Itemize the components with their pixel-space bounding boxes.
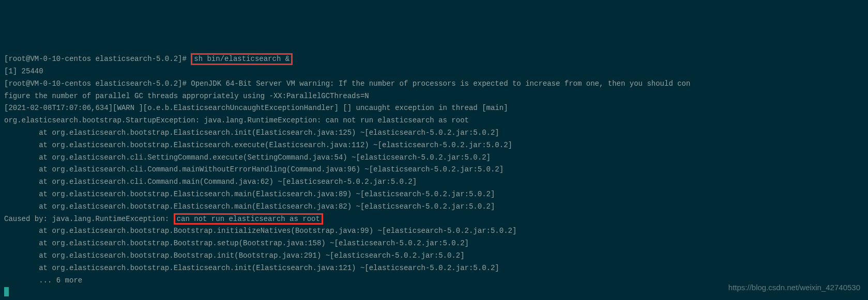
terminal-cursor [4,287,9,296]
prompt-2: [root@VM-0-10-centos elasticsearch-5.0.2… [4,80,191,88]
stack-line: at org.elasticsearch.bootstrap.Bootstrap… [4,250,864,262]
stack-line: at org.elasticsearch.bootstrap.Elasticse… [4,201,864,213]
terminal-output[interactable]: [root@VM-0-10-centos elasticsearch-5.0.2… [4,53,864,299]
exception-line: org.elasticsearch.bootstrap.StartupExcep… [4,115,864,127]
jvm-warning-text-1: OpenJDK 64-Bit Server VM warning: If the… [191,80,690,88]
stack-line: at org.elasticsearch.cli.SettingCommand.… [4,152,864,164]
stack-line: at org.elasticsearch.bootstrap.Elasticse… [4,127,864,139]
stack-line: at org.elasticsearch.bootstrap.Elasticse… [4,139,864,152]
caused-by-line: Caused by: java.lang.RuntimeException: c… [4,213,864,226]
stack-line: at org.elasticsearch.cli.Command.mainWit… [4,164,864,176]
highlighted-command: sh bin/elasticsearch & [191,53,293,65]
stack-line: at org.elasticsearch.bootstrap.Bootstrap… [4,225,864,238]
job-line: [1] 25440 [4,66,864,78]
watermark-text: https://blog.csdn.net/weixin_42740530 [728,281,860,294]
log-warn-line: [2021-02-08T17:07:06,634][WARN ][o.e.b.E… [4,102,864,115]
highlighted-error-message: can not run elasticsearch as root [174,213,323,225]
caused-by-prefix: Caused by: java.lang.RuntimeException: [4,215,174,223]
stack-line: at org.elasticsearch.bootstrap.Elasticse… [4,262,864,275]
stack-line: at org.elasticsearch.bootstrap.Bootstrap… [4,238,864,250]
jvm-warning-line-1: [root@VM-0-10-centos elasticsearch-5.0.2… [4,78,864,90]
command-line-1: [root@VM-0-10-centos elasticsearch-5.0.2… [4,53,864,66]
stack-line: at org.elasticsearch.bootstrap.Elasticse… [4,188,864,201]
prompt-1: [root@VM-0-10-centos elasticsearch-5.0.2… [4,55,191,63]
jvm-warning-line-2: figure the number of parallel GC threads… [4,90,864,103]
stack-line: at org.elasticsearch.cli.Command.main(Co… [4,176,864,188]
